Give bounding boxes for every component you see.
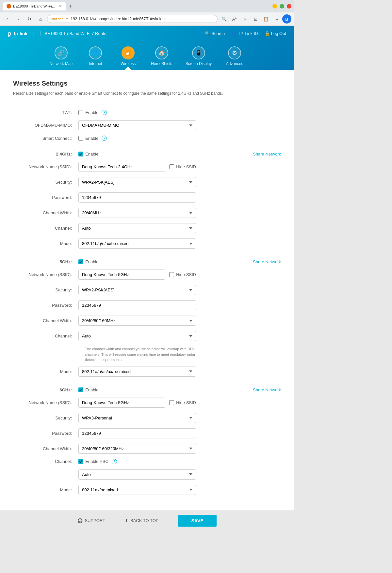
band-5ghz-mode-control: 802.11a/n/ac/ax/be mixed [78,367,196,377]
reader-mode-button[interactable]: Aᴬ [230,14,239,24]
band-5ghz-password-control [78,300,196,310]
separator: | [33,31,34,36]
collections-button[interactable]: 📋 [261,14,270,24]
band-24ghz-mode-control: 802.11b/g/n/ax/be mixed [78,238,196,249]
band-24ghz-channel-select[interactable]: Auto [78,223,196,233]
band-24ghz-hide-ssid-checkbox[interactable] [169,164,174,169]
back-button[interactable]: ‹ [3,14,12,24]
nav-internet[interactable]: 🌐 Internet [79,44,112,70]
band-5ghz-channel-row: Channel: Auto [13,331,281,341]
band-6ghz-security-select[interactable]: WPA3-Personal [78,413,196,423]
nav-homeshield-label: HomeShield [151,61,172,66]
band-5ghz-checkbox[interactable] [78,259,83,264]
band-6ghz-psc-help-icon[interactable]: ? [112,459,117,464]
band-6ghz-enable-label[interactable]: Enable [78,387,98,392]
browser-chrome: BE19000 Tri-Band Wi-Fi 7 Router ✕ + ‹ › … [0,0,294,26]
band-24ghz-share-link[interactable]: Share Network [253,152,281,156]
router-nav: 🔗 Network Map 🌐 Internet 📶 Wireless 🏠 Ho… [0,41,294,70]
save-button[interactable]: SAVE [178,515,216,527]
ofdma-control: OFDMA+MU-MIMO [78,120,196,130]
twt-enable-label[interactable]: Enable ? [78,110,196,115]
search-button[interactable]: 🔍 Search [205,31,225,36]
band-6ghz-hide-ssid-checkbox[interactable] [169,400,174,405]
band-6ghz-enable-psc-checkbox[interactable] [78,459,83,464]
minimize-button[interactable] [272,4,277,8]
band-6ghz-channel-select[interactable]: Auto [78,469,196,480]
search-toolbar-button[interactable]: 🔍 [220,14,229,24]
close-button[interactable] [287,4,291,8]
band-5ghz-security-select[interactable]: WPA2-PSK[AES] [78,285,196,295]
nav-homeshield[interactable]: 🏠 HomeShield [144,44,179,70]
band-5ghz-ssid-input[interactable] [78,270,165,280]
band-5ghz-ssid-label: Network Name (SSID): [13,272,78,277]
band-24ghz-header: 2.4GHz: Enable Share Network [13,152,281,156]
tab-title: BE19000 Tri-Band Wi-Fi 7 Router [13,4,56,8]
band-5ghz-hide-ssid-checkbox[interactable] [169,272,174,277]
reload-button[interactable]: ↻ [25,14,34,24]
band-6ghz-channel-row: Channel: Enable PSC ? [13,459,281,464]
browser-tab[interactable]: BE19000 Tri-Band Wi-Fi 7 Router ✕ [3,2,66,10]
ofdma-label: OFDMA/MU-MIMO: [13,123,78,128]
smart-connect-enable-label[interactable]: Enable ? [78,136,196,141]
nav-wireless[interactable]: 📶 Wireless [112,44,144,70]
settings-button[interactable]: ··· [272,14,281,24]
tab-groups-button[interactable]: ⊡ [251,14,260,24]
nav-internet-icon: 🌐 [89,46,102,59]
logout-button[interactable]: 🔓 Log Out [265,31,286,36]
band-6ghz-chwidth-select[interactable]: 20/40/80/160/320MHz [78,444,196,454]
smart-connect-control: Enable ? [78,136,196,141]
ofdma-select[interactable]: OFDMA+MU-MIMO [78,120,196,130]
band-24ghz-security-label: Security: [13,180,78,185]
home-button[interactable]: ⌂ [36,14,45,24]
twt-checkbox[interactable] [78,110,83,115]
band-6ghz-hide-ssid-label[interactable]: Hide SSID [169,400,196,405]
band-5ghz-hide-ssid-label[interactable]: Hide SSID [169,272,196,277]
band-6ghz-password-input[interactable] [78,428,196,438]
band-5ghz-enable-label[interactable]: Enable [78,259,98,264]
maximize-button[interactable] [280,4,284,8]
nav-screen-display[interactable]: 📱 Screen Display [179,44,219,70]
profile-button[interactable]: B [282,14,291,24]
nav-network-map[interactable]: 🔗 Network Map [43,44,79,70]
forward-button[interactable]: › [14,14,23,24]
browser-titlebar: BE19000 Tri-Band Wi-Fi 7 Router ✕ + [0,0,294,12]
smart-connect-checkbox[interactable] [78,136,83,141]
band-5ghz-channel-label: Channel: [13,334,78,338]
band-24ghz-chwidth-select[interactable]: 20/40MHz [78,208,196,218]
band-5ghz-share-link[interactable]: Share Network [253,259,281,264]
band-24ghz-hide-ssid-label[interactable]: Hide SSID [169,164,196,169]
tab-close-button[interactable]: ✕ [59,4,62,8]
address-bar[interactable]: Not secure 192.168.0.1/webpages/index.ht… [47,15,218,23]
band-24ghz-security-select[interactable]: WPA2-PSK[AES] [78,177,196,187]
band-6ghz-checkbox[interactable] [78,387,83,392]
band-24ghz-chwidth-control: 20/40MHz [78,208,196,218]
band-24ghz-enable-label[interactable]: Enable [78,152,98,156]
new-tab-button[interactable]: + [69,3,72,10]
band-5ghz-password-input[interactable] [78,300,196,310]
band-24ghz-checkbox[interactable] [78,152,83,156]
band-6ghz-ssid-input[interactable] [78,398,165,408]
nav-wireless-icon: 📶 [122,46,135,59]
smart-connect-help-icon[interactable]: ? [102,136,107,141]
band-6ghz-security-control: WPA3-Personal [78,413,196,423]
band-5ghz-channel-select[interactable]: Auto [78,331,196,341]
band-6ghz-password-row: Password: [13,428,281,438]
tplink-id-button[interactable]: 👤 TP-Link ID [231,31,258,36]
favorites-button[interactable]: ☆ [240,14,250,24]
band-24ghz-ssid-input[interactable] [78,162,165,172]
band-6ghz-mode-select[interactable]: 802.11ax/be mixed [78,485,196,495]
band-5ghz-channel-warning: The channel width and channel you've sel… [85,346,203,363]
tp-link-icon: ᵱ [8,30,11,37]
band-5ghz-mode-select[interactable]: 802.11a/n/ac/ax/be mixed [78,367,196,377]
band-6ghz-share-link[interactable]: Share Network [253,387,281,392]
logout-icon: 🔓 [265,31,270,36]
band-24ghz-password-input[interactable] [78,192,196,203]
band-6ghz-enable-psc-label[interactable]: Enable PSC ? [78,459,196,464]
nav-advanced[interactable]: ⚙ Advanced [218,44,251,70]
band-5ghz-mode-label: Mode: [13,369,78,374]
band-24ghz-mode-select[interactable]: 802.11b/g/n/ax/be mixed [78,238,196,249]
band-5ghz-chwidth-select[interactable]: 20/40/80/160MHz [78,316,196,326]
back-to-top-button[interactable]: ⬆ BACK TO TOP [125,518,158,523]
support-button[interactable]: 🎧 SUPPORT [77,518,105,523]
twt-help-icon[interactable]: ? [102,110,107,115]
